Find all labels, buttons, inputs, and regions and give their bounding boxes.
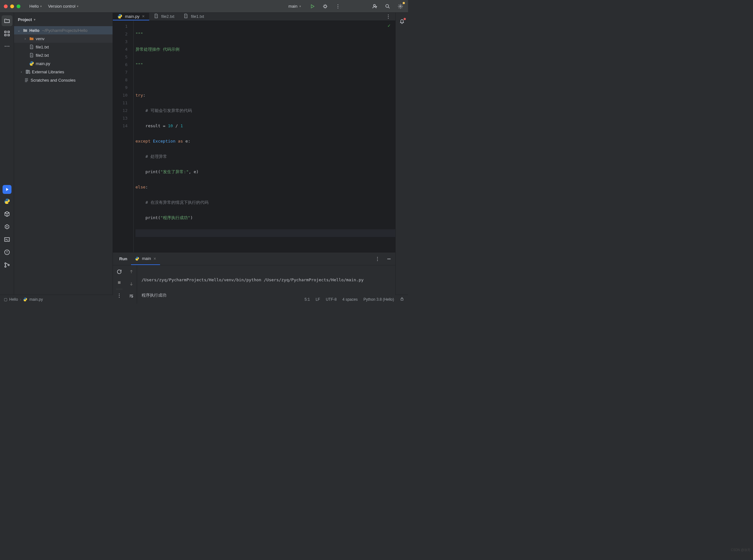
run-tab-main[interactable]: main × xyxy=(131,253,160,265)
line-number: 1 xyxy=(113,23,127,30)
run-config-selector[interactable]: main ▾ xyxy=(284,3,304,10)
project-menu[interactable]: Hello ▾ xyxy=(27,3,44,10)
status-right: 5:1 LF UTF-8 4 spaces Python 3.8 (Hello) xyxy=(304,297,404,302)
svg-rect-26 xyxy=(5,238,9,241)
svg-point-13 xyxy=(4,46,5,47)
close-window-button[interactable] xyxy=(4,4,8,8)
code-text xyxy=(165,123,168,128)
structure-tool-button[interactable] xyxy=(2,28,13,39)
line-number: 10 xyxy=(113,92,127,99)
tree-file2[interactable]: file2.txt xyxy=(14,51,113,59)
console-more-icon[interactable] xyxy=(115,291,124,300)
stop-button[interactable] xyxy=(115,278,124,287)
svg-point-6 xyxy=(374,4,375,6)
editor-tabs: main.py × file2.txt file1.txt xyxy=(113,13,395,21)
tree-mainpy-label: main.py xyxy=(36,61,50,66)
close-icon[interactable]: × xyxy=(142,14,145,19)
folder-icon xyxy=(29,36,35,41)
run-panel-tabs: Run main × xyxy=(113,253,395,265)
svg-point-3 xyxy=(338,4,338,5)
tab-file1[interactable]: file1.txt xyxy=(179,13,208,20)
line-ending[interactable]: LF xyxy=(316,297,320,302)
expand-icon[interactable]: › xyxy=(19,70,24,74)
python-console-button[interactable] xyxy=(2,196,13,207)
code-with-me-icon[interactable] xyxy=(371,3,379,10)
run-tool-button[interactable] xyxy=(3,185,12,194)
code-text: as xyxy=(175,139,185,143)
tree-root[interactable]: ⌄ Hello ~/PycharmProjects/Hello xyxy=(14,26,113,35)
tree-external-libraries[interactable]: › External Libraries xyxy=(14,67,113,76)
cursor-position[interactable]: 5:1 xyxy=(304,297,310,302)
notifications-icon[interactable] xyxy=(398,18,406,25)
file-icon xyxy=(29,44,35,49)
project-tool-button[interactable] xyxy=(2,15,13,26)
tree-root-path: ~/PycharmProjects/Hello xyxy=(42,28,88,33)
collapse-icon[interactable]: ⌄ xyxy=(17,29,21,32)
more-menu[interactable] xyxy=(334,3,342,10)
code-content[interactable]: """ 异常处理操作 代码示例 """ try: # 可能会引发异常的代码 re… xyxy=(133,21,395,252)
close-icon[interactable]: × xyxy=(153,256,156,261)
left-bottom-tools xyxy=(0,185,14,271)
services-button[interactable] xyxy=(2,221,13,232)
tree-file1-label: file1.txt xyxy=(36,45,49,49)
code-text: # 可能会引发异常的代码 xyxy=(136,108,192,113)
tab-mainpy[interactable]: main.py × xyxy=(113,13,149,20)
packages-button[interactable] xyxy=(2,208,13,219)
code-text xyxy=(136,215,145,220)
soft-wrap-icon[interactable] xyxy=(127,292,136,300)
chevron-down-icon: ▾ xyxy=(77,4,78,8)
tab-file2[interactable]: file2.txt xyxy=(149,13,179,20)
svg-point-5 xyxy=(338,8,338,8)
code-text: else xyxy=(136,185,145,189)
breadcrumb[interactable]: ▢ Hello › main.py xyxy=(4,297,43,302)
traffic-lights xyxy=(4,4,20,8)
project-panel-title: Project xyxy=(18,17,32,22)
code-text: "发生了异常:" xyxy=(160,169,188,174)
line-number-gutter: 1 2 3 4 5 6 7 8 9 10 11 12 13 14 xyxy=(113,21,133,252)
file-encoding[interactable]: UTF-8 xyxy=(326,297,337,302)
svg-point-14 xyxy=(6,46,7,47)
git-button[interactable] xyxy=(2,260,13,271)
minimize-window-button[interactable] xyxy=(10,4,14,8)
tab-file2-label: file2.txt xyxy=(161,14,175,19)
more-tools-button[interactable] xyxy=(2,41,13,52)
folder-icon xyxy=(22,28,28,33)
scroll-up-icon[interactable] xyxy=(127,267,136,276)
run-button[interactable] xyxy=(309,3,316,10)
tree-venv[interactable]: › venv xyxy=(14,35,113,43)
code-text: print xyxy=(145,215,158,220)
indent-setting[interactable]: 4 spaces xyxy=(342,297,358,302)
vcs-menu[interactable]: Version control ▾ xyxy=(46,3,81,10)
tab-more-icon[interactable] xyxy=(385,13,392,20)
code-editor[interactable]: 1 2 3 4 5 6 7 8 9 10 11 12 13 14 """ 异常处… xyxy=(113,21,395,252)
rerun-button[interactable] xyxy=(115,267,124,276)
line-number: 4 xyxy=(113,46,127,53)
svg-point-25 xyxy=(119,297,120,298)
run-more-icon[interactable] xyxy=(374,255,381,263)
search-icon[interactable] xyxy=(384,3,391,10)
expand-icon[interactable]: › xyxy=(23,37,27,40)
scroll-down-icon[interactable] xyxy=(127,279,136,288)
tree-mainpy[interactable]: main.py xyxy=(14,59,113,67)
svg-point-8 xyxy=(400,5,401,7)
run-panel-actions xyxy=(374,253,393,265)
interpreter[interactable]: Python 3.8 (Hello) xyxy=(363,297,394,302)
lock-icon[interactable] xyxy=(400,297,404,302)
run-console-rail xyxy=(126,265,137,304)
tree-file1[interactable]: file1.txt xyxy=(14,43,113,51)
maximize-window-button[interactable] xyxy=(17,4,20,8)
svg-rect-12 xyxy=(8,35,9,36)
svg-rect-10 xyxy=(8,31,9,33)
code-text: 1 xyxy=(180,123,183,128)
inspection-ok-icon[interactable]: ✓ xyxy=(387,23,391,28)
problems-button[interactable] xyxy=(2,247,13,258)
project-panel-header[interactable]: Project ▾ xyxy=(14,13,113,26)
settings-icon[interactable] xyxy=(396,3,404,10)
project-tree: ⌄ Hello ~/PycharmProjects/Hello › venv f… xyxy=(14,26,113,295)
tree-scratches[interactable]: Scratches and Consoles xyxy=(14,76,113,84)
hide-panel-icon[interactable] xyxy=(385,255,393,263)
debug-button[interactable] xyxy=(321,3,329,10)
line-number: 3 xyxy=(113,38,127,46)
terminal-button[interactable] xyxy=(2,234,13,245)
code-text: : xyxy=(145,185,148,189)
